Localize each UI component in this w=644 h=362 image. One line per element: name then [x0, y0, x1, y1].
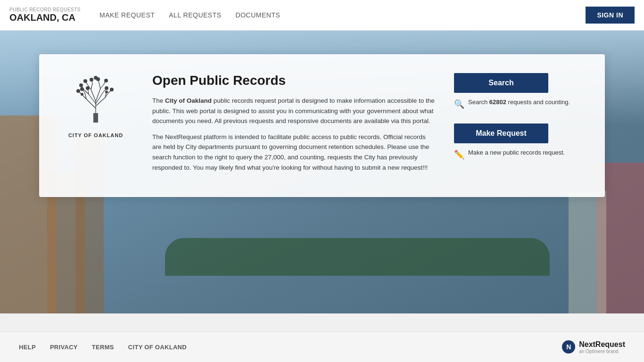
svg-line-16 [91, 83, 92, 90]
edit-icon: ✏️ [454, 149, 464, 160]
footer-help[interactable]: HELP [19, 344, 36, 351]
action-area: Search 🔍 Search 62802 requests and count… [454, 73, 586, 160]
svg-point-37 [86, 86, 90, 90]
city-logo-text: CITY OF OAKLAND [68, 132, 123, 138]
footer-brand: N NextRequest an Optimere brand [562, 340, 625, 354]
header: PUBLIC RECORD REQUESTS OAKLAND, CA MAKE … [0, 0, 644, 31]
footer-links: HELP PRIVACY TERMS CITY OF OAKLAND [19, 344, 562, 351]
make-request-button[interactable]: Make Request [454, 123, 548, 143]
search-description: 🔍 Search 62802 requests and counting. [454, 99, 570, 109]
brand-emphasis: City of Oakland [165, 97, 212, 104]
paragraph-2: The NextRequest platform is intended to … [152, 132, 435, 173]
brand-sub: an Optimere brand [579, 349, 625, 354]
trees [165, 238, 550, 276]
search-icon: 🔍 [454, 99, 464, 109]
footer-city[interactable]: CITY OF OAKLAND [128, 344, 187, 351]
paragraph-1: The City of Oakland public records reque… [152, 96, 435, 126]
footer: HELP PRIVACY TERMS CITY OF OAKLAND N Nex… [0, 331, 644, 362]
main-card: CITY OF OAKLAND Open Public Records The … [39, 54, 605, 197]
svg-point-27 [76, 89, 80, 93]
svg-point-31 [83, 79, 87, 83]
public-record-label: PUBLIC RECORD REQUESTS [9, 7, 81, 12]
nav-documents[interactable]: DOCUMENTS [236, 11, 281, 19]
svg-point-35 [94, 76, 98, 80]
search-button[interactable]: Search [454, 73, 548, 93]
city-logo [65, 73, 126, 130]
sign-in-button[interactable]: SIGN IN [586, 7, 635, 24]
make-request-block: Make Request ✏️ Make a new public record… [454, 123, 586, 160]
header-brand: PUBLIC RECORD REQUESTS OAKLAND, CA [9, 7, 81, 23]
nextrequest-logo-icon: N [562, 340, 575, 354]
brand-name: NextRequest [579, 340, 625, 349]
search-block: Search 🔍 Search 62802 requests and count… [454, 73, 586, 109]
building-right2 [569, 191, 606, 313]
city-name: OAKLAND, CA [9, 12, 81, 23]
request-count: 62802 [489, 99, 506, 106]
card-title: Open Public Records [152, 73, 435, 88]
svg-point-32 [90, 78, 93, 82]
footer-brand-text: NextRequest an Optimere brand [579, 340, 625, 354]
make-request-description: ✏️ Make a new public records request. [454, 149, 565, 160]
footer-terms[interactable]: TERMS [92, 344, 114, 351]
svg-line-6 [91, 90, 96, 101]
footer-privacy[interactable]: PRIVACY [50, 344, 78, 351]
svg-line-17 [100, 84, 104, 89]
svg-point-33 [104, 79, 108, 82]
svg-rect-0 [93, 113, 98, 123]
hero-section: CITY OF OAKLAND Open Public Records The … [0, 31, 644, 313]
svg-point-39 [105, 90, 108, 93]
svg-point-28 [80, 87, 84, 91]
svg-point-30 [79, 83, 83, 87]
svg-point-38 [81, 93, 83, 96]
svg-line-18 [99, 83, 100, 89]
svg-point-29 [110, 88, 114, 91]
logo-area: CITY OF OAKLAND [58, 73, 133, 138]
svg-line-2 [86, 99, 96, 108]
header-nav: MAKE REQUEST ALL REQUESTS DOCUMENTS [99, 11, 586, 19]
search-description-text: Search 62802 requests and counting. [468, 99, 570, 106]
nav-make-request[interactable]: MAKE REQUEST [99, 11, 155, 19]
nav-all-requests[interactable]: ALL REQUESTS [169, 11, 221, 19]
content-area: Open Public Records The City of Oakland … [152, 73, 435, 178]
make-request-description-text: Make a new public records request. [468, 149, 565, 156]
svg-line-7 [96, 89, 100, 101]
svg-point-36 [105, 86, 108, 90]
